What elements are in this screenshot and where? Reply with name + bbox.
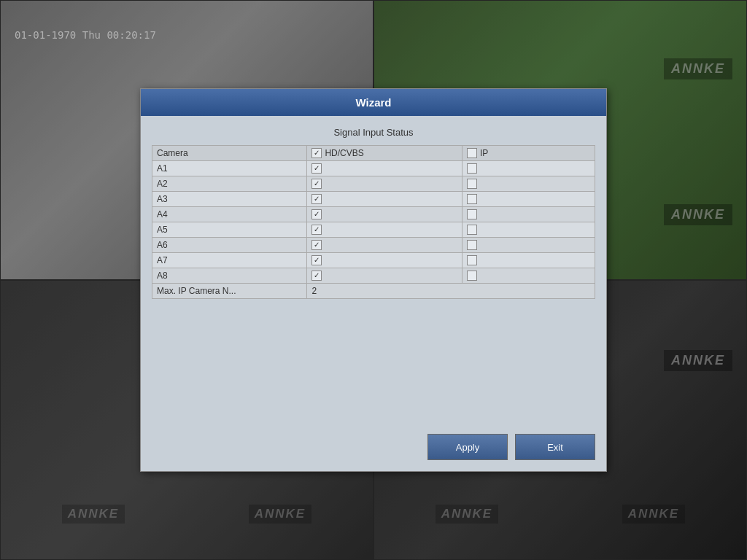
- col-header-hdcvbs: HD/CVBS: [307, 146, 462, 161]
- col-header-ip: IP: [462, 146, 595, 161]
- ip-checkbox[interactable]: [467, 240, 477, 250]
- ip-checkbox[interactable]: [467, 271, 477, 281]
- ip-checkbox[interactable]: [467, 255, 477, 265]
- ip-cell: [462, 222, 595, 238]
- hdcvbs-checkbox[interactable]: [311, 209, 322, 219]
- ip-header-checkbox[interactable]: [467, 148, 477, 158]
- ip-cell: [462, 192, 595, 207]
- camera-label: A2: [152, 176, 307, 192]
- ip-checkbox[interactable]: [467, 179, 477, 189]
- apply-button[interactable]: Apply: [427, 434, 508, 460]
- hdcvbs-checkbox[interactable]: [311, 179, 322, 189]
- hdcvbs-cell: [307, 222, 462, 238]
- hdcvbs-cell: [307, 161, 462, 176]
- table-row: A1: [152, 161, 595, 176]
- hdcvbs-checkbox[interactable]: [311, 255, 322, 265]
- ip-cell: [462, 268, 595, 284]
- max-ip-value: 2: [307, 284, 595, 299]
- camera-label: A5: [152, 222, 307, 238]
- hdcvbs-checkbox[interactable]: [311, 271, 322, 281]
- dialog-spacer: [152, 299, 595, 416]
- camera-label: A1: [152, 161, 307, 176]
- hdcvbs-cell: [307, 238, 462, 253]
- ip-cell: [462, 207, 595, 222]
- ip-cell: [462, 253, 595, 268]
- camera-label: A3: [152, 192, 307, 207]
- table-row: A5: [152, 222, 595, 238]
- camera-label: A8: [152, 268, 307, 284]
- table-row: A3: [152, 192, 595, 207]
- ip-checkbox[interactable]: [467, 225, 477, 235]
- table-row: A4: [152, 207, 595, 222]
- table-row: A2: [152, 176, 595, 192]
- hdcvbs-cell: [307, 268, 462, 284]
- hdcvbs-checkbox[interactable]: [311, 194, 322, 204]
- hdcvbs-cell: [307, 176, 462, 192]
- table-row: A6: [152, 238, 595, 253]
- table-row: A8: [152, 268, 595, 284]
- dialog-title: Wizard: [355, 96, 391, 109]
- hdcvbs-header-checkbox[interactable]: [311, 148, 322, 158]
- ip-cell: [462, 238, 595, 253]
- max-ip-label: Max. IP Camera N...: [152, 284, 307, 299]
- section-title: Signal Input Status: [152, 127, 595, 138]
- hdcvbs-checkbox[interactable]: [311, 225, 322, 235]
- button-row: Apply Exit: [141, 427, 606, 471]
- camera-label: A7: [152, 253, 307, 268]
- camera-label: A4: [152, 207, 307, 222]
- dialog-overlay: Wizard Signal Input Status Camera HD/CVB…: [0, 0, 747, 560]
- max-ip-row: Max. IP Camera N... 2: [152, 284, 595, 299]
- hdcvbs-checkbox[interactable]: [311, 240, 322, 250]
- hdcvbs-cell: [307, 253, 462, 268]
- signal-input-table: Camera HD/CVBS IP: [152, 145, 595, 299]
- ip-checkbox[interactable]: [467, 194, 477, 204]
- table-row: A7: [152, 253, 595, 268]
- ip-cell: [462, 176, 595, 192]
- hdcvbs-cell: [307, 192, 462, 207]
- hdcvbs-cell: [307, 207, 462, 222]
- col-header-camera: Camera: [152, 146, 307, 161]
- ip-checkbox[interactable]: [467, 163, 477, 174]
- hdcvbs-checkbox[interactable]: [311, 163, 322, 174]
- dialog-title-bar: Wizard: [141, 89, 606, 116]
- ip-checkbox[interactable]: [467, 209, 477, 219]
- dialog-body: Signal Input Status Camera HD/CVBS: [141, 116, 606, 427]
- exit-button[interactable]: Exit: [515, 434, 595, 460]
- ip-cell: [462, 161, 595, 176]
- camera-label: A6: [152, 238, 307, 253]
- wizard-dialog: Wizard Signal Input Status Camera HD/CVB…: [140, 88, 607, 472]
